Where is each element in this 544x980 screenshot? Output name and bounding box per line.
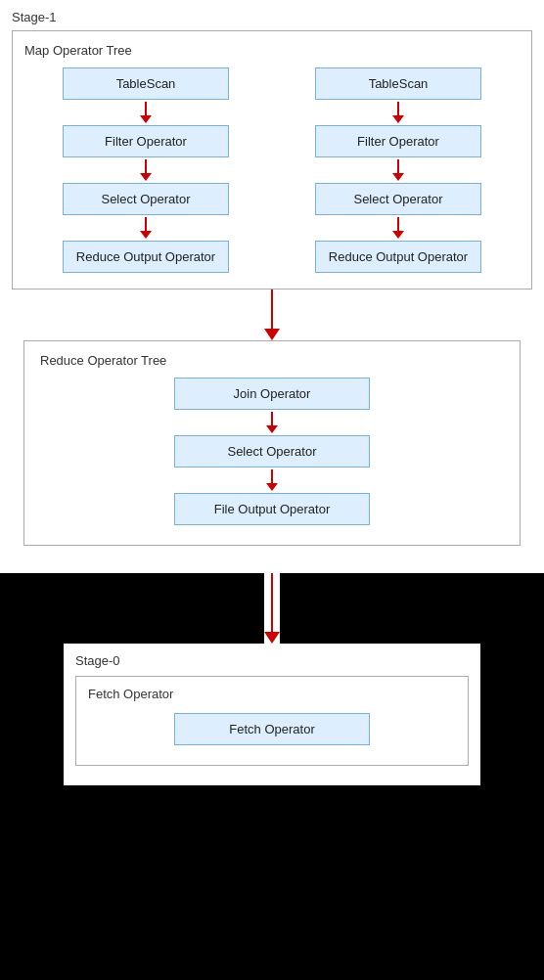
reduce-col: Join Operator Select Operator File Outpu… xyxy=(40,378,504,525)
arrow-line xyxy=(271,469,273,483)
stage1-label: Stage-1 xyxy=(12,10,532,24)
arrow-5 xyxy=(392,159,404,181)
arrow-head xyxy=(266,483,278,491)
stage-connector-arrow xyxy=(264,573,280,644)
fetch-col: Fetch Operator xyxy=(88,713,456,745)
stage0-section: Stage-0 Fetch Operator Fetch Operator xyxy=(0,644,544,815)
arrow-head xyxy=(140,173,152,181)
reduce-section: Reduce Operator Tree Join Operator Selec… xyxy=(12,340,532,557)
list-item: TableScan xyxy=(63,67,229,100)
stage0-label: Stage-0 xyxy=(75,653,469,668)
reduce-tree-title: Reduce Operator Tree xyxy=(40,353,504,368)
fetch-operator-tree: Fetch Operator Fetch Operator xyxy=(75,676,469,766)
list-item: Filter Operator xyxy=(315,125,481,157)
list-item: File Output Operator xyxy=(174,493,370,525)
big-arrow-head xyxy=(264,329,280,340)
reduce-operator-tree: Reduce Operator Tree Join Operator Selec… xyxy=(23,340,521,546)
arrow-head xyxy=(140,231,152,239)
arrow-line xyxy=(145,102,147,115)
list-item: Join Operator xyxy=(174,378,370,410)
map-right-col: TableScan Filter Operator Select Operato… xyxy=(277,67,520,273)
arrow-line xyxy=(145,217,147,231)
arrow-4 xyxy=(392,102,404,123)
list-item: TableScan xyxy=(315,67,481,100)
list-item: Select Operator xyxy=(63,183,229,215)
arrow-head xyxy=(140,115,152,123)
arrow-line xyxy=(397,159,399,173)
arrow-head xyxy=(392,115,404,123)
arrow-head xyxy=(266,425,278,433)
list-item: Fetch Operator xyxy=(174,713,370,745)
arrow-line xyxy=(271,412,273,425)
big-arrow xyxy=(264,290,280,340)
map-columns: TableScan Filter Operator Select Operato… xyxy=(24,67,520,273)
arrow-7 xyxy=(266,412,278,433)
map-operator-tree: Map Operator Tree TableScan Filter Opera… xyxy=(12,30,532,290)
arrow-8 xyxy=(266,469,278,491)
map-left-col: TableScan Filter Operator Select Operato… xyxy=(24,67,267,273)
list-item: Filter Operator xyxy=(63,125,229,157)
arrow-head xyxy=(392,231,404,239)
stage1-section: Stage-1 Map Operator Tree TableScan Filt… xyxy=(0,0,544,573)
list-item: Select Operator xyxy=(174,435,370,468)
arrow-head xyxy=(392,173,404,181)
arrow-2 xyxy=(140,159,152,181)
big-arrow-head xyxy=(264,632,280,644)
map-to-reduce-arrow xyxy=(12,290,532,340)
list-item: Reduce Output Operator xyxy=(315,241,481,273)
fetch-tree-title: Fetch Operator xyxy=(88,687,456,701)
big-arrow-line xyxy=(271,290,273,329)
big-arrow-line xyxy=(271,573,273,632)
arrow-line xyxy=(397,102,399,115)
list-item: Reduce Output Operator xyxy=(63,241,229,273)
list-item: Select Operator xyxy=(315,183,481,215)
arrow-6 xyxy=(392,217,404,239)
arrow-1 xyxy=(140,102,152,123)
arrow-line xyxy=(145,159,147,173)
arrow-3 xyxy=(140,217,152,239)
black-connector-1 xyxy=(0,573,544,644)
arrow-line xyxy=(397,217,399,231)
map-tree-title: Map Operator Tree xyxy=(24,43,520,58)
stage0-box: Stage-0 Fetch Operator Fetch Operator xyxy=(64,644,480,785)
